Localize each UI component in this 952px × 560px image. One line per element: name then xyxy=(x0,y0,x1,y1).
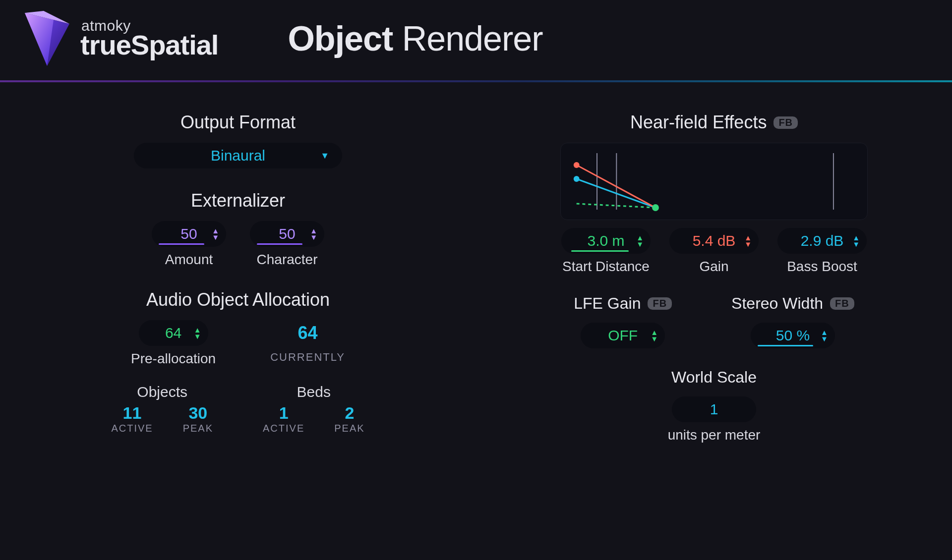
fb-badge: FB xyxy=(774,116,798,129)
world-scale-label: units per meter xyxy=(668,427,761,443)
beds-active: 1 ACTIVE xyxy=(263,403,304,434)
chevron-down-icon: ▼ xyxy=(320,151,329,161)
fb-badge: FB xyxy=(830,297,854,310)
beds-title: Beds xyxy=(297,384,331,400)
output-format-value: Binaural xyxy=(211,147,265,164)
nearfield-gain-label: Gain xyxy=(699,259,728,275)
stepper-arrows-icon: ▲▼ xyxy=(852,235,860,246)
externalizer-character-stepper[interactable]: 50 ▲▼ xyxy=(250,221,324,247)
svg-point-10 xyxy=(574,176,580,182)
main: Output Format Binaural ▼ Externalizer 50… xyxy=(0,82,952,443)
stepper-arrows-icon: ▲▼ xyxy=(651,330,658,341)
svg-point-11 xyxy=(652,204,659,211)
bass-boost-stepper[interactable]: 2.9 dB ▲▼ xyxy=(777,228,867,254)
world-scale-input[interactable]: 1 xyxy=(672,396,756,422)
prealloc-stepper[interactable]: 64 ▲▼ xyxy=(139,320,208,346)
bass-boost-label: Bass Boost xyxy=(787,259,857,275)
stepper-arrows-icon: ▲▼ xyxy=(194,328,201,338)
fb-badge: FB xyxy=(648,297,672,310)
stepper-arrows-icon: ▲▼ xyxy=(636,235,644,246)
svg-line-8 xyxy=(577,165,655,208)
svg-point-9 xyxy=(574,162,580,168)
objects-title: Objects xyxy=(137,384,187,400)
currently-value: 64 xyxy=(298,320,318,346)
output-format-dropdown[interactable]: Binaural ▼ xyxy=(134,143,342,168)
externalizer-character-label: Character xyxy=(257,252,318,268)
objects-peak: 30 PEAK xyxy=(183,403,213,434)
brand-truespatial: trueSpatial xyxy=(80,31,218,59)
stereo-title: Stereo Width FB xyxy=(731,294,854,313)
allocation-title: Audio Object Allocation xyxy=(146,289,330,310)
lfe-title: LFE Gain FB xyxy=(574,294,672,313)
svg-line-7 xyxy=(577,179,655,208)
stepper-arrows-icon: ▲▼ xyxy=(310,228,317,239)
externalizer-amount-label: Amount xyxy=(165,252,213,268)
start-distance-label: Start Distance xyxy=(562,259,650,275)
stepper-arrows-icon: ▲▼ xyxy=(212,228,219,239)
svg-line-6 xyxy=(577,204,655,208)
objects-active: 11 ACTIVE xyxy=(111,403,153,434)
right-column: Near-field Effects FB xyxy=(516,112,912,443)
world-scale-title: World Scale xyxy=(671,368,757,387)
externalizer-amount-stepper[interactable]: 50 ▲▼ xyxy=(152,221,226,247)
app-title: Object Renderer xyxy=(288,19,542,58)
start-distance-stepper[interactable]: 3.0 m ▲▼ xyxy=(561,228,651,254)
beds-peak: 2 PEAK xyxy=(334,403,364,434)
header: atmoky trueSpatial Object Renderer xyxy=(0,0,952,80)
nearfield-title: Near-field Effects FB xyxy=(630,112,798,133)
externalizer-title: Externalizer xyxy=(191,190,285,211)
left-column: Output Format Binaural ▼ Externalizer 50… xyxy=(40,112,436,443)
nearfield-graph[interactable] xyxy=(560,143,868,220)
stereo-width-stepper[interactable]: 50 % ▲▼ xyxy=(751,323,835,348)
output-format-title: Output Format xyxy=(180,112,296,133)
prealloc-label: Pre-allocation xyxy=(131,351,216,367)
stepper-arrows-icon: ▲▼ xyxy=(744,235,752,246)
currently-label: CURRENTLY xyxy=(270,351,345,364)
stepper-arrows-icon: ▲▼ xyxy=(821,330,828,341)
gem-icon xyxy=(20,9,74,68)
brand-logo: atmoky trueSpatial xyxy=(20,9,218,68)
nearfield-gain-stepper[interactable]: 5.4 dB ▲▼ xyxy=(669,228,759,254)
lfe-gain-stepper[interactable]: OFF ▲▼ xyxy=(581,323,665,348)
